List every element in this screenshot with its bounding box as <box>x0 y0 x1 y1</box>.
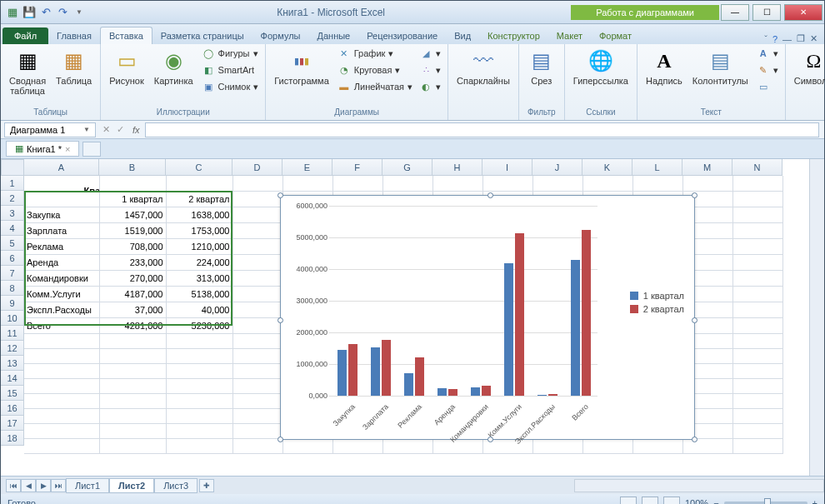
cell[interactable] <box>482 176 532 191</box>
save-icon[interactable]: 💾 <box>22 6 36 19</box>
cell[interactable]: 2 квартал <box>166 191 232 207</box>
vertical-scrollbar[interactable] <box>809 159 824 476</box>
cell[interactable] <box>24 363 99 378</box>
scatter-chart-button[interactable]: ∴▾ <box>418 62 442 77</box>
redo-icon[interactable]: ↷ <box>56 6 69 19</box>
cell[interactable]: 1753,000 <box>166 222 232 238</box>
doctab-book1[interactable]: ▦Книга1 *× <box>6 141 79 157</box>
cell[interactable] <box>582 438 632 453</box>
chart-plot-area[interactable]: 0,0001000,0002000,0003000,0004000,000500… <box>314 206 598 396</box>
tab-chart-design[interactable]: Конструктор <box>479 27 548 44</box>
cell[interactable]: Квартальный отчёт <box>24 176 99 191</box>
row-header[interactable]: 7 <box>1 266 24 281</box>
cell[interactable] <box>732 238 782 254</box>
enter-icon[interactable]: ✓ <box>113 124 128 135</box>
cell[interactable] <box>166 423 232 438</box>
zoom-in-button[interactable]: + <box>812 498 818 504</box>
tab-data[interactable]: Данные <box>308 27 358 44</box>
cell[interactable] <box>532 176 582 191</box>
column-header[interactable]: J <box>532 159 582 176</box>
tab-home[interactable]: Главная <box>48 27 100 44</box>
cell[interactable]: Комм.Услуги <box>24 286 99 302</box>
formula-input[interactable] <box>145 122 819 137</box>
shapes-button[interactable]: ◯Фигуры ▾ <box>200 46 261 61</box>
column-header[interactable]: E <box>282 159 332 176</box>
row-header[interactable]: 17 <box>1 416 24 431</box>
row-header[interactable]: 3 <box>1 206 24 221</box>
header-footer-button[interactable]: ▤Колонтитулы <box>689 46 752 87</box>
cell[interactable]: 708,000 <box>99 238 166 254</box>
cell[interactable]: 1457,000 <box>99 207 166 222</box>
cell[interactable]: Закупка <box>24 207 99 222</box>
close-button[interactable]: ✕ <box>784 4 822 21</box>
cell[interactable] <box>732 378 782 393</box>
cell[interactable] <box>99 333 166 348</box>
cell[interactable] <box>732 423 782 438</box>
cell[interactable] <box>99 378 166 393</box>
row-header[interactable]: 8 <box>1 281 24 296</box>
cell[interactable]: 1 квартал <box>99 191 166 207</box>
slicer-button[interactable]: ▤Срез <box>524 46 559 87</box>
cell-grid[interactable]: Квартальный отчёт1 квартал2 кварталЗакуп… <box>24 176 783 454</box>
signature-button[interactable]: ✎▾ <box>755 62 780 77</box>
new-sheet-button[interactable]: ✚ <box>199 479 214 492</box>
hyperlink-button[interactable]: 🌐Гиперссылка <box>570 46 632 87</box>
column-header[interactable]: K <box>582 159 632 176</box>
cell[interactable]: 4281,000 <box>99 317 166 333</box>
row-header[interactable]: 13 <box>1 356 24 371</box>
cell[interactable] <box>166 408 232 423</box>
sheet-tab-1[interactable]: Лист1 <box>66 478 109 493</box>
namebox-dropdown-icon[interactable]: ▼ <box>83 126 90 133</box>
pie-chart-button[interactable]: ◔Круговая ▾ <box>336 62 414 77</box>
cell[interactable] <box>732 408 782 423</box>
cell[interactable] <box>166 333 232 348</box>
cell[interactable] <box>24 393 99 408</box>
row-header[interactable]: 5 <box>1 236 24 251</box>
textbox-button[interactable]: AНадпись <box>642 46 686 87</box>
sheet-tab-3[interactable]: Лист3 <box>154 478 198 493</box>
cell[interactable]: 270,000 <box>99 270 166 286</box>
cell[interactable] <box>232 270 282 286</box>
zoom-out-button[interactable]: − <box>713 498 718 504</box>
column-header[interactable]: L <box>632 159 682 176</box>
view-layout-button[interactable] <box>642 497 658 504</box>
picture-button[interactable]: ▭Рисунок <box>106 46 148 87</box>
column-header[interactable]: B <box>99 159 166 176</box>
cell[interactable] <box>682 176 732 191</box>
view-break-button[interactable] <box>663 497 680 504</box>
cell[interactable] <box>24 333 99 348</box>
doc-close-icon[interactable]: ✕ <box>810 33 818 44</box>
cell[interactable] <box>232 363 282 378</box>
cell[interactable]: 5138,000 <box>166 286 232 302</box>
tab-chart-layout[interactable]: Макет <box>548 27 591 44</box>
line-chart-button[interactable]: ✕График ▾ <box>336 46 414 61</box>
cell[interactable] <box>99 176 166 191</box>
cell[interactable]: 1519,000 <box>99 222 166 238</box>
cell[interactable] <box>232 238 282 254</box>
cell[interactable] <box>732 286 782 302</box>
cell[interactable]: 224,000 <box>166 254 232 270</box>
cell[interactable] <box>232 207 282 222</box>
cell[interactable] <box>232 176 282 191</box>
column-header[interactable]: H <box>432 159 482 176</box>
bar-chart-button[interactable]: ▬Линейчатая ▾ <box>336 79 414 94</box>
row-header[interactable]: 16 <box>1 401 24 416</box>
smartart-button[interactable]: ◧SmartArt <box>200 62 261 77</box>
sheet-nav-last[interactable]: ⏭ <box>51 479 66 492</box>
name-box[interactable]: Диаграмма 1▼ <box>4 122 96 137</box>
column-header[interactable]: G <box>382 159 432 176</box>
cell[interactable] <box>632 176 682 191</box>
row-header[interactable]: 6 <box>1 251 24 266</box>
column-header[interactable]: I <box>482 159 532 176</box>
cell[interactable] <box>382 176 432 191</box>
minimize-ribbon-icon[interactable]: ˇ <box>764 34 768 44</box>
cell[interactable] <box>166 363 232 378</box>
cell[interactable]: 37,000 <box>99 302 166 317</box>
cell[interactable] <box>282 438 332 453</box>
undo-icon[interactable]: ↶ <box>39 6 52 19</box>
area-chart-button[interactable]: ◢▾ <box>418 46 442 61</box>
select-all-corner[interactable] <box>1 159 24 176</box>
cell[interactable] <box>732 393 782 408</box>
cell[interactable] <box>232 222 282 238</box>
cell[interactable]: Зарплата <box>24 222 99 238</box>
